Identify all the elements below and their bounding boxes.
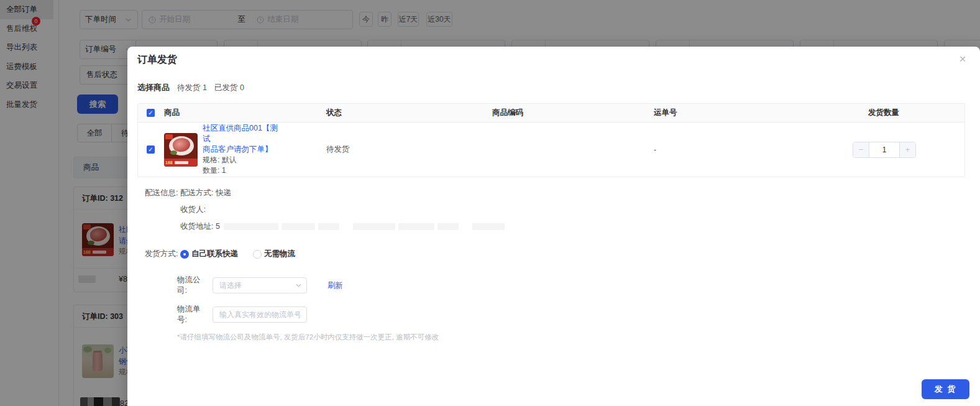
receiver: 收货人:: [180, 201, 508, 218]
order-shipment-modal: 订单发货 ✕ 选择商品 待发货 1 已发货 0 ✓ 商品 状态 商品编码 运单号…: [127, 47, 980, 406]
radio-label: 无需物流: [264, 249, 295, 259]
ship-submit-button[interactable]: 发 货: [922, 379, 969, 399]
radio-option-self-express[interactable]: 自己联系快递: [180, 249, 238, 259]
logistics-no-label: 物流单号:: [177, 304, 209, 325]
meat-product-image: 168: [164, 133, 198, 167]
ship-method-label: 发货方式:: [145, 249, 180, 259]
col-status: 状态: [326, 108, 492, 118]
col-code: 商品编码: [492, 108, 649, 118]
waybill-cell: -: [649, 145, 804, 154]
radio-label: 自己联系快递: [191, 249, 238, 259]
redacted-address: [437, 223, 459, 230]
address-prefix: 收货地址: 5: [180, 218, 220, 235]
select-product-label: 选择商品: [137, 82, 170, 93]
product-spec: 规格: 默认: [203, 155, 283, 165]
logistics-no-input[interactable]: [213, 307, 307, 323]
radio-selected-icon[interactable]: [180, 250, 189, 259]
price-tag: 168: [164, 160, 173, 165]
receiver-address: 收货地址: 5: [180, 218, 508, 235]
logistics-company-placeholder: 请选择: [219, 280, 296, 291]
logistics-no-field: 物流单号:: [177, 304, 307, 325]
product-name-link[interactable]: 社区直供商品001【测试: [203, 123, 283, 144]
quantity-input[interactable]: [869, 142, 899, 157]
modal-title: 订单发货: [137, 53, 177, 67]
product-cell: 168 社区直供商品001【测试 商品客户请勿下单】 规格: 默认 数量: 1: [163, 123, 326, 176]
redacted-address: [472, 223, 505, 230]
col-waybill: 运单号: [649, 108, 804, 118]
delivery-info-section: 配送信息: 配送方式: 快递 收货人: 收货地址: 5: [145, 185, 508, 235]
pending-count: 待发货 1: [177, 83, 207, 93]
radio-unselected-icon[interactable]: [253, 250, 262, 259]
correction-note: *请仔细填写物流公司及物流单号, 发货后72小时内仅支持做一次更正, 逾期不可修…: [177, 333, 439, 342]
label-shape: [165, 134, 173, 139]
table-row: ✓ 168 社区直供商品001【测试 商品客户请勿下单: [138, 122, 964, 177]
redacted-address: [353, 223, 395, 230]
product-name-block: 社区直供商品001【测试 商品客户请勿下单】 规格: 默认 数量: 1: [203, 123, 283, 176]
greens-shape: [170, 150, 177, 155]
product-name-link[interactable]: 商品客户请勿下单】: [203, 144, 283, 155]
redacted-address: [398, 223, 434, 230]
select-product-summary: 选择商品 待发货 1 已发货 0: [137, 82, 244, 93]
shipped-count: 已发货 0: [214, 83, 244, 93]
chevron-down-icon: [296, 284, 301, 287]
product-qty: 数量: 1: [203, 165, 283, 176]
ship-method-section: 发货方式: 自己联系快递 无需物流: [145, 246, 310, 262]
radio-option-no-logistics[interactable]: 无需物流: [253, 249, 295, 259]
shipment-product-table: ✓ 商品 状态 商品编码 运单号 发货数量 ✓ 168: [137, 103, 965, 177]
price-strip: 168: [164, 159, 198, 167]
app-root: 全部订单 售后维权 导出列表 运费模板 交易设置 批量发货 0 下单时间 开始日…: [0, 0, 980, 406]
select-all-checkbox[interactable]: ✓: [147, 109, 155, 117]
logistics-company-field: 物流公司: 请选择 刷新: [177, 275, 343, 296]
delivery-info-label: 配送信息:: [145, 185, 180, 235]
col-product: 商品: [163, 108, 326, 118]
redacted-address: [318, 223, 339, 230]
strip-text-shape: [175, 161, 188, 164]
logistics-company-label: 物流公司:: [177, 275, 209, 296]
delivery-info-content: 配送方式: 快递 收货人: 收货地址: 5: [180, 185, 508, 235]
logistics-company-select[interactable]: 请选择: [213, 277, 307, 293]
table-header-row: ✓ 商品 状态 商品编码 运单号 发货数量: [138, 104, 964, 122]
redacted-address: [282, 223, 315, 230]
minus-button[interactable]: −: [853, 142, 869, 157]
status-cell: 待发货: [326, 144, 492, 155]
redacted-address: [224, 223, 278, 230]
refresh-link[interactable]: 刷新: [327, 280, 343, 291]
col-ship-qty: 发货数量: [804, 108, 964, 118]
close-icon[interactable]: ✕: [959, 53, 966, 65]
ship-qty-cell: − +: [804, 142, 964, 158]
row-checkbox[interactable]: ✓: [147, 145, 155, 154]
quantity-stepper: − +: [853, 142, 916, 158]
plus-button[interactable]: +: [899, 142, 915, 157]
delivery-method: 配送方式: 快递: [180, 185, 508, 201]
